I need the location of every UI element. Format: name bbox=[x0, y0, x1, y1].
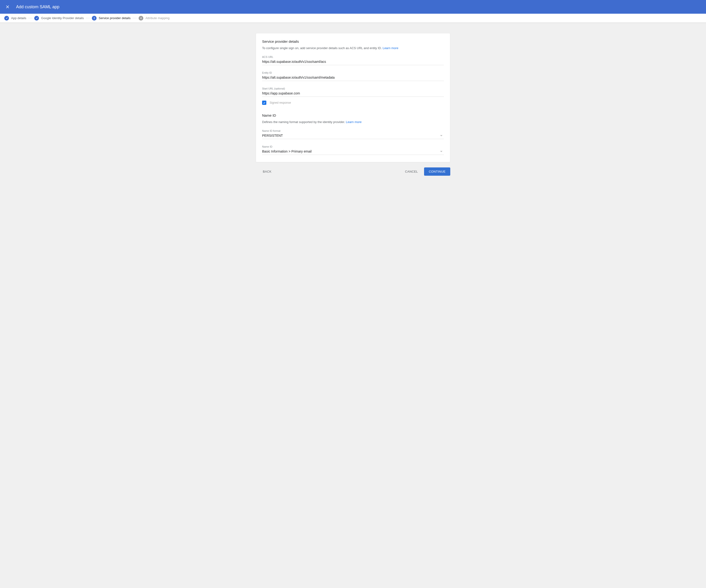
field-label: Name ID bbox=[262, 145, 444, 148]
section-desc-provider: To configure single sign on, add service… bbox=[262, 46, 444, 50]
field-nameid: Name ID Basic Information > Primary emai… bbox=[262, 145, 444, 155]
footer: BACK CANCEL CONTINUE bbox=[256, 162, 450, 176]
chevron-down-icon bbox=[440, 151, 442, 152]
signed-response-row: Signed response bbox=[262, 101, 444, 105]
chevron-down-icon bbox=[440, 135, 442, 136]
section-desc-text: Defines the naming format supported by t… bbox=[262, 120, 346, 124]
step-separator bbox=[28, 18, 32, 18]
section-desc-nameid: Defines the naming format supported by t… bbox=[262, 120, 444, 124]
check-icon bbox=[34, 16, 39, 21]
step-attribute-mapping: 4 Attribute mapping bbox=[139, 16, 169, 21]
step-number: 3 bbox=[92, 16, 96, 21]
back-button[interactable]: BACK bbox=[261, 168, 274, 175]
stepper: App details Google Identity Provider det… bbox=[0, 14, 706, 23]
close-icon[interactable] bbox=[5, 4, 10, 10]
select-value: Basic Information > Primary email bbox=[262, 150, 312, 153]
step-idp-details[interactable]: Google Identity Provider details bbox=[34, 16, 84, 21]
signed-response-checkbox[interactable] bbox=[262, 101, 266, 105]
step-label: App details bbox=[11, 16, 26, 20]
select-value: PERSISTENT bbox=[262, 134, 283, 138]
section-title-nameid: Name ID bbox=[262, 113, 444, 117]
cancel-button[interactable]: CANCEL bbox=[402, 168, 420, 175]
step-label: Google Identity Provider details bbox=[41, 16, 84, 20]
step-label: Service provider details bbox=[99, 16, 130, 20]
step-label: Attribute mapping bbox=[146, 16, 169, 20]
learn-more-link[interactable]: Learn more bbox=[383, 46, 398, 50]
learn-more-link[interactable]: Learn more bbox=[346, 120, 361, 124]
section-title-provider: Service provider details bbox=[262, 39, 444, 43]
field-acs-url: ACS URL bbox=[262, 55, 444, 65]
continue-button[interactable]: CONTINUE bbox=[424, 167, 450, 176]
field-label: ACS URL bbox=[262, 55, 444, 58]
field-nameid-format: Name ID format PERSISTENT bbox=[262, 129, 444, 139]
field-entity-id: Entity ID bbox=[262, 71, 444, 81]
header-title: Add custom SAML app bbox=[16, 4, 59, 9]
step-separator bbox=[86, 18, 90, 18]
acs-url-input[interactable] bbox=[262, 60, 444, 65]
step-separator bbox=[132, 18, 137, 18]
check-icon bbox=[4, 16, 9, 21]
field-start-url: Start URL (optional) bbox=[262, 87, 444, 97]
app-header: Add custom SAML app bbox=[0, 0, 706, 14]
nameid-select[interactable]: Basic Information > Primary email bbox=[262, 150, 444, 155]
entity-id-input[interactable] bbox=[262, 76, 444, 81]
field-label: Start URL (optional) bbox=[262, 87, 444, 90]
start-url-input[interactable] bbox=[262, 91, 444, 96]
step-service-provider[interactable]: 3 Service provider details bbox=[92, 16, 130, 21]
nameid-format-select[interactable]: PERSISTENT bbox=[262, 134, 444, 139]
step-app-details[interactable]: App details bbox=[4, 16, 26, 21]
step-number: 4 bbox=[139, 16, 143, 21]
section-desc-text: To configure single sign on, add service… bbox=[262, 46, 383, 50]
field-label: Entity ID bbox=[262, 71, 444, 74]
signed-response-label: Signed response bbox=[270, 101, 291, 104]
service-provider-card: Service provider details To configure si… bbox=[256, 33, 450, 162]
field-label: Name ID format bbox=[262, 129, 444, 132]
